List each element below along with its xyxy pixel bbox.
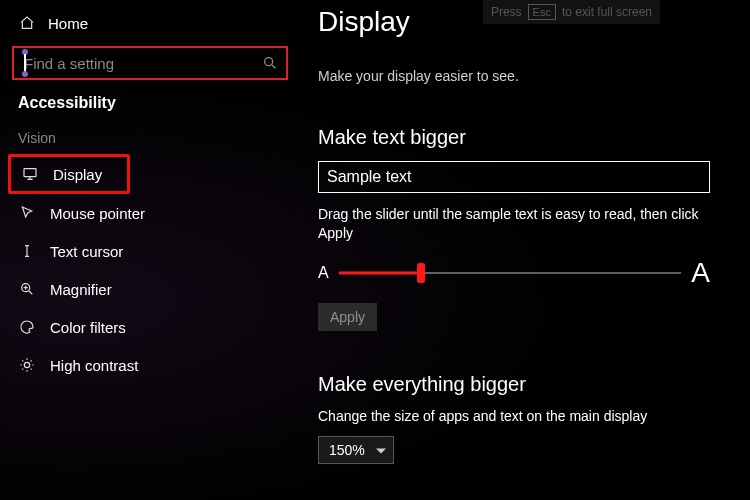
sidebar-section-title: Accessibility — [0, 90, 300, 130]
monitor-icon — [21, 165, 39, 183]
page-subtitle: Make your display easier to see. — [318, 68, 722, 84]
sidebar-home-label: Home — [48, 15, 88, 32]
text-size-slider-row: A A — [318, 257, 710, 289]
sample-text-box: Sample text — [318, 161, 710, 193]
slider-thumb[interactable] — [417, 263, 425, 283]
slider-description: Drag the slider until the sample text is… — [318, 205, 710, 243]
search-icon — [262, 55, 278, 71]
sidebar-item-label: Display — [53, 166, 102, 183]
svg-rect-1 — [24, 169, 36, 177]
sidebar-item-label: Magnifier — [50, 281, 112, 298]
sidebar-item-label: High contrast — [50, 357, 138, 374]
search-input[interactable] — [12, 46, 288, 80]
search-container — [12, 46, 288, 80]
sidebar-item-text-cursor[interactable]: Text cursor — [0, 232, 300, 270]
sidebar-item-label: Color filters — [50, 319, 126, 336]
everything-description: Change the size of apps and text on the … — [318, 408, 722, 424]
hint-pre: Press — [491, 5, 522, 19]
sidebar-item-label: Text cursor — [50, 243, 123, 260]
sidebar-item-magnifier[interactable]: Magnifier — [0, 270, 300, 308]
zoom-select[interactable]: 150% — [318, 436, 394, 464]
highlight-annotation: Display — [8, 154, 130, 194]
section-make-everything-bigger: Make everything bigger — [318, 373, 722, 396]
text-size-slider[interactable] — [339, 263, 682, 283]
slider-track-fill — [339, 271, 421, 274]
sidebar-item-color-filters[interactable]: Color filters — [0, 308, 300, 346]
slider-max-label: A — [691, 257, 710, 289]
palette-icon — [18, 318, 36, 336]
hint-post: to exit full screen — [562, 5, 652, 19]
svg-point-3 — [24, 362, 29, 367]
sidebar-item-high-contrast[interactable]: High contrast — [0, 346, 300, 384]
brightness-icon — [18, 356, 36, 374]
sidebar-home[interactable]: Home — [0, 8, 300, 38]
main-content: Press Esc to exit full screen Display Ma… — [300, 0, 750, 500]
esc-key: Esc — [528, 4, 556, 20]
fullscreen-hint: Press Esc to exit full screen — [483, 0, 660, 24]
sidebar-item-display[interactable]: Display — [11, 157, 127, 191]
home-icon — [18, 14, 36, 32]
zoom-select-wrap: 150% — [318, 436, 394, 464]
cursor-icon — [18, 204, 36, 222]
section-make-text-bigger: Make text bigger — [318, 126, 722, 149]
apply-button[interactable]: Apply — [318, 303, 377, 331]
sidebar-group-vision: Vision — [0, 130, 300, 154]
text-cursor-icon — [18, 242, 36, 260]
slider-min-label: A — [318, 264, 329, 282]
sidebar-item-mouse-pointer[interactable]: Mouse pointer — [0, 194, 300, 232]
slider-track-rest — [421, 272, 681, 273]
sidebar-item-label: Mouse pointer — [50, 205, 145, 222]
sidebar: Home Accessibility Vision Display Mouse … — [0, 0, 300, 500]
svg-point-0 — [265, 58, 273, 66]
magnifier-icon — [18, 280, 36, 298]
